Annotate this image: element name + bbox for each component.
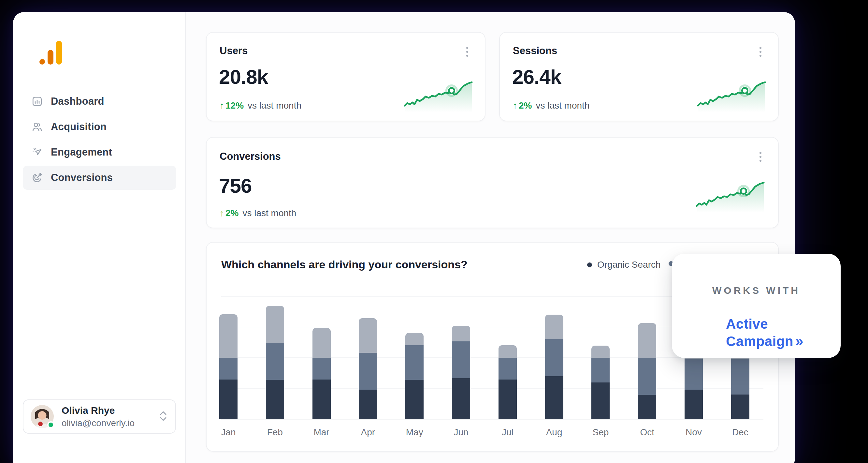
x-axis-label: May: [395, 427, 434, 438]
kebab-menu-icon[interactable]: [754, 149, 767, 164]
gridline: [221, 388, 764, 389]
x-axis-label: Jan: [209, 427, 248, 438]
sidebar: DashboardAcquisitionEngagementConversion…: [13, 12, 186, 463]
bar-segment: [266, 306, 284, 343]
engagement-icon: [31, 146, 43, 158]
bar-segment: [545, 315, 563, 339]
sidebar-item-conversions[interactable]: Conversions: [23, 166, 176, 190]
bar-segment: [498, 379, 517, 419]
bar-feb[interactable]: [266, 306, 284, 419]
bar-jun[interactable]: [452, 326, 470, 419]
sidebar-item-label: Conversions: [51, 172, 113, 183]
x-axis-label: Sep: [581, 427, 620, 438]
metric-value: 756: [219, 174, 251, 197]
works-with-overlay-card: WORKS WITH Active Campaign»: [672, 254, 841, 358]
sessions-metric-card: Sessions 26.4k ↑2% vs last month: [499, 32, 779, 121]
kebab-menu-icon[interactable]: [461, 44, 474, 59]
bar-jul[interactable]: [498, 345, 517, 419]
logo-mid-bar: [48, 50, 54, 64]
sidebar-item-acquisition[interactable]: Acquisition: [23, 115, 176, 139]
x-axis-label: Aug: [535, 427, 574, 438]
profile-email: olivia@converly.io: [62, 418, 159, 429]
bar-segment: [266, 380, 284, 419]
delta-badge: ↑2%: [220, 208, 239, 219]
bar-segment: [638, 358, 656, 395]
x-axis-label: Feb: [255, 427, 294, 438]
bar-segment: [685, 389, 703, 419]
bar-oct[interactable]: [638, 323, 656, 419]
acquisition-icon: [31, 121, 43, 133]
delta-badge: ↑2%: [513, 100, 532, 111]
avatar: [31, 405, 54, 428]
delta-badge: ↑12%: [220, 100, 244, 111]
bar-segment: [731, 395, 749, 419]
x-axis-label: Mar: [302, 427, 341, 438]
bar-segment: [266, 343, 284, 380]
bar-segment: [219, 379, 238, 419]
bar-may[interactable]: [405, 333, 424, 419]
sparkline-chart: [696, 179, 765, 212]
bar-segment: [545, 376, 563, 419]
bar-segment: [405, 345, 424, 380]
x-axis-label: Dec: [721, 427, 760, 438]
x-axis-label: Apr: [348, 427, 388, 438]
compare-label: vs last month: [248, 100, 301, 111]
users-metric-card: Users 20.8k ↑12% vs last month: [206, 32, 486, 121]
bar-dec[interactable]: [731, 352, 749, 419]
up-arrow-icon: ↑: [220, 208, 224, 218]
logo-tall-bar: [56, 41, 62, 64]
x-axis-label: Oct: [627, 427, 666, 438]
bar-segment: [731, 359, 749, 395]
bar-aug[interactable]: [545, 315, 563, 419]
bar-segment: [312, 328, 331, 358]
sidebar-nav: DashboardAcquisitionEngagementConversion…: [23, 89, 176, 191]
activecampaign-link[interactable]: Active Campaign»: [726, 316, 804, 350]
bar-segment: [219, 314, 238, 358]
bar-segment: [452, 341, 470, 378]
profile-name: Olivia Rhye: [62, 405, 159, 416]
bar-segment: [545, 339, 563, 376]
up-arrow-icon: ↑: [220, 100, 224, 111]
sidebar-item-label: Dashboard: [51, 95, 104, 107]
sidebar-item-label: Engagement: [51, 146, 112, 158]
bar-nov[interactable]: [685, 349, 703, 419]
card-title: Users: [220, 45, 248, 57]
bar-jan[interactable]: [219, 314, 238, 419]
bar-segment: [312, 358, 331, 379]
bar-segment: [359, 318, 377, 353]
bar-mar[interactable]: [312, 328, 331, 419]
bar-apr[interactable]: [359, 318, 377, 419]
bar-segment: [685, 359, 703, 389]
bar-segment: [452, 326, 470, 341]
compare-label: vs last month: [242, 208, 296, 219]
logo-dot: [39, 59, 45, 64]
kebab-menu-icon[interactable]: [754, 44, 767, 59]
conversions-icon: [31, 172, 43, 183]
bar-segment: [405, 380, 424, 419]
x-axis-label: Jun: [441, 427, 480, 438]
bar-segment: [452, 378, 470, 419]
bar-segment: [591, 346, 610, 358]
bar-segment: [359, 389, 377, 419]
bar-segment: [312, 379, 331, 419]
sparkline-chart: [404, 79, 473, 112]
bar-segment: [359, 353, 377, 389]
profile-card[interactable]: Olivia Rhye olivia@converly.io: [23, 399, 176, 434]
works-with-label: WORKS WITH: [672, 285, 841, 296]
bar-segment: [498, 358, 517, 379]
bar-sep[interactable]: [591, 346, 610, 419]
compare-label: vs last month: [536, 100, 589, 111]
up-arrow-icon: ↑: [513, 100, 518, 111]
legend-item-organic-search[interactable]: Organic Search: [587, 260, 661, 270]
x-axis-label: Nov: [674, 427, 713, 438]
sidebar-item-engagement[interactable]: Engagement: [23, 140, 176, 164]
metric-value: 26.4k: [512, 65, 561, 88]
sidebar-item-label: Acquisition: [51, 121, 106, 133]
x-axis-label: Jul: [488, 427, 527, 438]
card-title: Sessions: [513, 45, 557, 57]
sidebar-item-dashboard[interactable]: Dashboard: [23, 89, 176, 113]
gridline: [221, 419, 764, 419]
double-chevron-icon: »: [795, 333, 804, 349]
chevron-updown-icon[interactable]: [159, 410, 167, 423]
sparkline-chart: [697, 79, 766, 112]
